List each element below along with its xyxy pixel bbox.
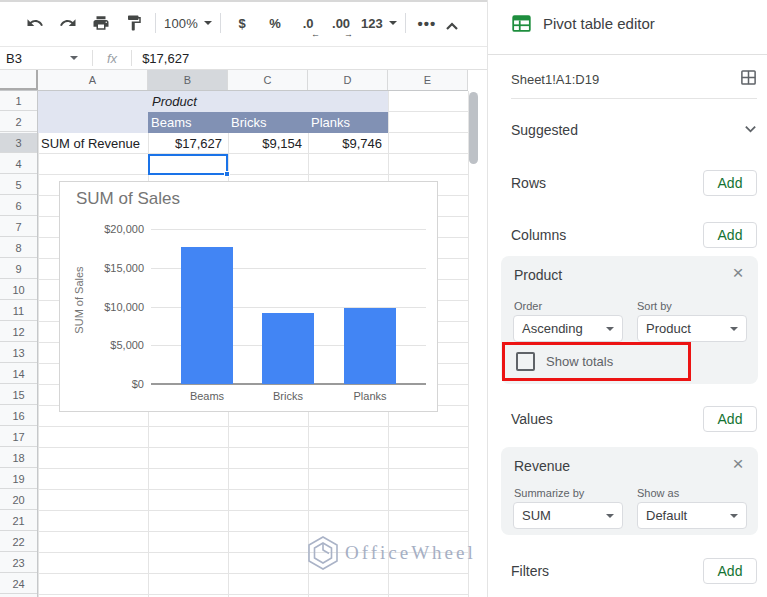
chart-y-tick-label: $10,000 [74, 301, 144, 313]
row-header-3[interactable]: 3 [0, 133, 37, 153]
row-header-4[interactable]: 4 [0, 154, 37, 174]
grid-line [468, 91, 469, 597]
row-header-20[interactable]: 20 [0, 490, 37, 510]
add-filters-button[interactable]: Add [703, 558, 757, 584]
print-button[interactable] [88, 10, 114, 36]
row-header-1[interactable]: 1 [0, 91, 37, 111]
row-header-7[interactable]: 7 [0, 217, 37, 237]
chart-x-category-label: Beams [167, 390, 247, 402]
row-header-16[interactable]: 16 [0, 406, 37, 426]
row-header-22[interactable]: 22 [0, 532, 37, 552]
row-header-6[interactable]: 6 [0, 196, 37, 216]
cell-a2[interactable] [38, 112, 148, 133]
row-header-23[interactable]: 23 [0, 553, 37, 573]
chart-bar-planks [344, 308, 396, 384]
formula-input[interactable]: $17,627 [132, 51, 189, 66]
name-box[interactable]: B3 [0, 51, 70, 66]
row-header-19[interactable]: 19 [0, 469, 37, 489]
chart-y-tick-label: $0 [74, 378, 144, 390]
column-header-E[interactable]: E [388, 70, 468, 90]
add-columns-button[interactable]: Add [703, 222, 757, 248]
cell-a3-label[interactable]: SUM of Revenue [38, 133, 148, 154]
row-header-8[interactable]: 8 [0, 238, 37, 258]
row-header-5[interactable]: 5 [0, 175, 37, 195]
row-header-10[interactable]: 10 [0, 280, 37, 300]
product-column-card: Product × Order Sort by Ascending Produc… [501, 256, 758, 384]
collapse-toolbar-button[interactable] [439, 14, 465, 40]
cell-b1-product[interactable]: Product [152, 91, 387, 112]
divider [488, 54, 767, 55]
row-header-15[interactable]: 15 [0, 385, 37, 405]
format-percent-button[interactable]: % [262, 10, 288, 36]
active-cell-selection [148, 154, 228, 175]
cell-b2-beams[interactable]: Beams [148, 112, 228, 133]
column-header-D[interactable]: D [308, 70, 388, 90]
more-formats-button[interactable]: 123 [361, 10, 397, 36]
row-header-11[interactable]: 11 [0, 301, 37, 321]
chevron-down-icon [730, 327, 738, 331]
vertical-scrollbar-thumb[interactable] [469, 92, 478, 164]
filters-section-row: Filters Add [511, 558, 757, 584]
row-header-13[interactable]: 13 [0, 343, 37, 363]
row-header-9[interactable]: 9 [0, 259, 37, 279]
chevron-down-icon [204, 21, 212, 25]
rows-label: Rows [511, 175, 546, 191]
select-all-corner[interactable] [0, 70, 38, 90]
select-data-range-button[interactable] [740, 69, 757, 90]
show-totals-label: Show totals [546, 354, 613, 369]
toolbar: 100% $ % .0 ← .00 → 123 ••• [0, 0, 487, 44]
suggested-row[interactable]: Suggested [511, 118, 757, 142]
redo-button[interactable] [55, 10, 81, 36]
row-header-21[interactable]: 21 [0, 511, 37, 531]
chevron-down-icon[interactable] [70, 56, 78, 60]
cell-b3-value[interactable]: $17,627 [148, 133, 226, 154]
show-totals-checkbox[interactable] [516, 352, 535, 371]
show-as-label: Show as [637, 487, 679, 499]
summarize-by-dropdown[interactable]: SUM [513, 502, 623, 529]
paint-format-button[interactable] [121, 10, 147, 36]
column-header-B[interactable]: B [148, 70, 228, 90]
sort-by-dropdown[interactable]: Product [637, 315, 747, 342]
cell-c2-bricks[interactable]: Bricks [228, 112, 308, 133]
row-header-14[interactable]: 14 [0, 364, 37, 384]
column-header-A[interactable]: A [38, 70, 148, 90]
row-header-2[interactable]: 2 [0, 112, 37, 132]
row-header-18[interactable]: 18 [0, 448, 37, 468]
data-range-value[interactable]: Sheet1!A1:D19 [511, 72, 740, 87]
revenue-value-card: Revenue × Summarize by Show as SUM Defau… [501, 447, 758, 535]
toolbar-divider [155, 13, 156, 33]
cell-d3-value[interactable]: $9,746 [308, 133, 386, 154]
undo-button[interactable] [22, 10, 48, 36]
embedded-chart[interactable]: SUM of Sales SUM of Sales $0$5,000$10,00… [59, 181, 438, 412]
chart-title: SUM of Sales [76, 189, 180, 209]
add-rows-button[interactable]: Add [703, 170, 757, 196]
cell-c3-value[interactable]: $9,154 [228, 133, 306, 154]
watermark-text: OfficeWheel [345, 542, 476, 564]
chart-y-tick-label: $20,000 [74, 223, 144, 235]
chart-bar-bricks [262, 313, 314, 384]
grid-line [38, 91, 39, 597]
chart-x-category-label: Bricks [248, 390, 328, 402]
row-header-12[interactable]: 12 [0, 322, 37, 342]
chevron-down-icon[interactable] [744, 121, 757, 139]
decrease-decimal-button[interactable]: .0 ← [295, 10, 321, 36]
zoom-select[interactable]: 100% [164, 10, 212, 36]
row-header-17[interactable]: 17 [0, 427, 37, 447]
chevron-down-icon [606, 514, 614, 518]
values-section-row: Values Add [511, 406, 757, 432]
increase-decimal-button[interactable]: .00 → [328, 10, 354, 36]
cell-d2-planks[interactable]: Planks [308, 112, 388, 133]
format-currency-button[interactable]: $ [229, 10, 255, 36]
arrow-right-icon: → [344, 29, 353, 39]
fill-handle[interactable] [224, 171, 230, 177]
column-header-C[interactable]: C [228, 70, 308, 90]
more-toolbar-button[interactable]: ••• [414, 10, 440, 36]
close-icon[interactable]: × [728, 263, 748, 283]
show-as-dropdown[interactable]: Default [637, 502, 747, 529]
add-values-button[interactable]: Add [703, 406, 757, 432]
order-dropdown[interactable]: Ascending [513, 315, 623, 342]
row-headers: 1234567891011121314151617181920212223242… [0, 91, 38, 597]
officewheel-logo-icon [305, 534, 341, 572]
row-header-24[interactable]: 24 [0, 574, 37, 594]
close-icon[interactable]: × [728, 454, 748, 474]
